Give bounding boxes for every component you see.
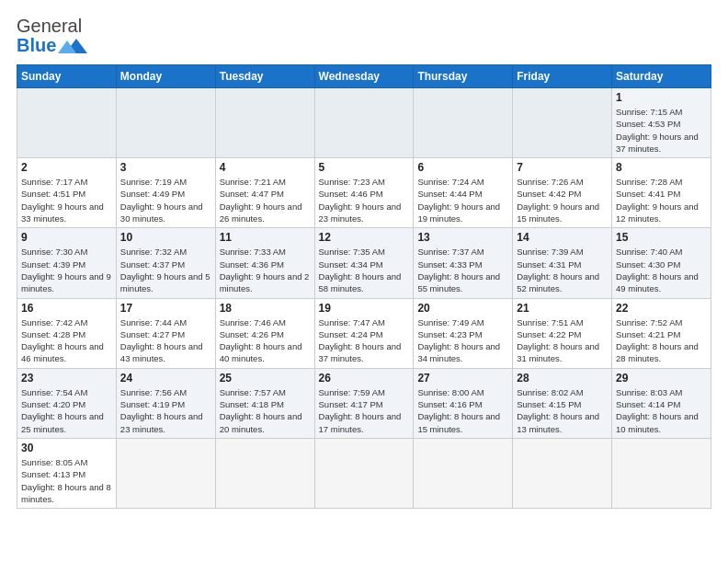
header-sunday: Sunday (17, 65, 117, 88)
day-number: 9 (21, 231, 112, 244)
day-number: 18 (220, 302, 311, 315)
day-number: 13 (417, 231, 508, 244)
day-number: 7 (517, 161, 608, 174)
calendar-cell (612, 438, 711, 508)
calendar-cell: 17Sunrise: 7:44 AM Sunset: 4:27 PM Dayli… (116, 298, 215, 368)
day-number: 3 (120, 161, 211, 174)
header-saturday: Saturday (612, 65, 711, 88)
weekday-header-row: Sunday Monday Tuesday Wednesday Thursday… (17, 65, 711, 88)
day-info: Sunrise: 7:57 AM Sunset: 4:18 PM Dayligh… (220, 386, 311, 435)
day-number: 2 (21, 161, 112, 174)
day-number: 16 (21, 302, 112, 315)
calendar-cell: 19Sunrise: 7:47 AM Sunset: 4:24 PM Dayli… (314, 298, 414, 368)
day-info: Sunrise: 7:17 AM Sunset: 4:51 PM Dayligh… (21, 176, 112, 224)
day-number: 8 (616, 161, 707, 174)
header-friday: Friday (513, 65, 612, 88)
calendar-cell: 13Sunrise: 7:37 AM Sunset: 4:33 PM Dayli… (414, 228, 513, 298)
calendar-cell: 18Sunrise: 7:46 AM Sunset: 4:26 PM Dayli… (215, 298, 314, 368)
day-info: Sunrise: 7:59 AM Sunset: 4:17 PM Dayligh… (319, 386, 410, 435)
day-info: Sunrise: 7:40 AM Sunset: 4:30 PM Dayligh… (616, 246, 707, 294)
calendar-cell: 9Sunrise: 7:30 AM Sunset: 4:39 PM Daylig… (17, 228, 117, 298)
day-info: Sunrise: 8:05 AM Sunset: 4:13 PM Dayligh… (21, 456, 112, 505)
day-number: 14 (517, 231, 608, 244)
header-thursday: Thursday (414, 65, 513, 88)
calendar-week-row: 1Sunrise: 7:15 AM Sunset: 4:53 PM Daylig… (17, 88, 711, 158)
calendar-cell (314, 88, 414, 158)
day-info: Sunrise: 7:54 AM Sunset: 4:20 PM Dayligh… (21, 386, 112, 435)
day-number: 17 (120, 302, 211, 315)
day-number: 23 (21, 372, 112, 385)
day-number: 1 (616, 91, 707, 104)
calendar-cell: 25Sunrise: 7:57 AM Sunset: 4:18 PM Dayli… (215, 368, 314, 438)
calendar-cell: 3Sunrise: 7:19 AM Sunset: 4:49 PM Daylig… (116, 158, 215, 228)
calendar-cell: 28Sunrise: 8:02 AM Sunset: 4:15 PM Dayli… (513, 368, 612, 438)
day-number: 27 (417, 372, 508, 385)
calendar-table: Sunday Monday Tuesday Wednesday Thursday… (17, 64, 711, 509)
calendar-cell: 27Sunrise: 8:00 AM Sunset: 4:16 PM Dayli… (414, 368, 513, 438)
header: General Blue (17, 17, 711, 55)
day-info: Sunrise: 7:32 AM Sunset: 4:37 PM Dayligh… (120, 246, 211, 294)
calendar-cell: 4Sunrise: 7:21 AM Sunset: 4:47 PM Daylig… (215, 158, 314, 228)
day-info: Sunrise: 8:02 AM Sunset: 4:15 PM Dayligh… (517, 386, 608, 435)
day-info: Sunrise: 7:51 AM Sunset: 4:22 PM Dayligh… (517, 316, 608, 365)
day-number: 11 (220, 231, 311, 244)
calendar-cell (215, 88, 314, 158)
day-info: Sunrise: 7:26 AM Sunset: 4:42 PM Dayligh… (517, 176, 608, 224)
calendar-cell (414, 88, 513, 158)
calendar-cell: 12Sunrise: 7:35 AM Sunset: 4:34 PM Dayli… (314, 228, 414, 298)
calendar-cell (513, 88, 612, 158)
day-info: Sunrise: 7:47 AM Sunset: 4:24 PM Dayligh… (319, 316, 410, 365)
calendar-cell: 30Sunrise: 8:05 AM Sunset: 4:13 PM Dayli… (17, 438, 117, 508)
calendar-cell: 21Sunrise: 7:51 AM Sunset: 4:22 PM Dayli… (513, 298, 612, 368)
day-number: 25 (220, 372, 311, 385)
logo: General Blue (17, 17, 87, 55)
calendar-cell (314, 438, 414, 508)
day-number: 19 (319, 302, 410, 315)
day-number: 24 (120, 372, 211, 385)
calendar-cell: 11Sunrise: 7:33 AM Sunset: 4:36 PM Dayli… (215, 228, 314, 298)
calendar-cell: 29Sunrise: 8:03 AM Sunset: 4:14 PM Dayli… (612, 368, 711, 438)
day-number: 21 (517, 302, 608, 315)
calendar-cell: 22Sunrise: 7:52 AM Sunset: 4:21 PM Dayli… (612, 298, 711, 368)
day-number: 10 (120, 231, 211, 244)
day-number: 30 (21, 442, 112, 454)
calendar-week-row: 23Sunrise: 7:54 AM Sunset: 4:20 PM Dayli… (17, 368, 711, 438)
calendar-cell (116, 438, 215, 508)
day-info: Sunrise: 7:30 AM Sunset: 4:39 PM Dayligh… (21, 246, 112, 294)
day-number: 6 (417, 161, 508, 174)
day-info: Sunrise: 7:35 AM Sunset: 4:34 PM Dayligh… (319, 246, 410, 294)
day-number: 29 (616, 372, 707, 385)
calendar-cell: 8Sunrise: 7:28 AM Sunset: 4:41 PM Daylig… (612, 158, 711, 228)
day-info: Sunrise: 7:23 AM Sunset: 4:46 PM Dayligh… (319, 176, 410, 224)
calendar-cell: 20Sunrise: 7:49 AM Sunset: 4:23 PM Dayli… (414, 298, 513, 368)
day-number: 20 (417, 302, 508, 315)
calendar-cell: 1Sunrise: 7:15 AM Sunset: 4:53 PM Daylig… (612, 88, 711, 158)
calendar-cell (215, 438, 314, 508)
calendar-cell: 10Sunrise: 7:32 AM Sunset: 4:37 PM Dayli… (116, 228, 215, 298)
header-tuesday: Tuesday (215, 65, 314, 88)
calendar-cell (414, 438, 513, 508)
calendar-cell (513, 438, 612, 508)
day-info: Sunrise: 7:21 AM Sunset: 4:47 PM Dayligh… (220, 176, 311, 224)
calendar-week-row: 16Sunrise: 7:42 AM Sunset: 4:28 PM Dayli… (17, 298, 711, 368)
calendar-cell: 5Sunrise: 7:23 AM Sunset: 4:46 PM Daylig… (314, 158, 414, 228)
day-info: Sunrise: 7:46 AM Sunset: 4:26 PM Dayligh… (220, 316, 311, 365)
day-info: Sunrise: 7:28 AM Sunset: 4:41 PM Dayligh… (616, 176, 707, 224)
day-info: Sunrise: 7:15 AM Sunset: 4:53 PM Dayligh… (616, 106, 707, 155)
day-info: Sunrise: 7:52 AM Sunset: 4:21 PM Dayligh… (616, 316, 707, 365)
day-number: 22 (616, 302, 707, 315)
header-wednesday: Wednesday (314, 65, 414, 88)
calendar-week-row: 2Sunrise: 7:17 AM Sunset: 4:51 PM Daylig… (17, 158, 711, 228)
day-info: Sunrise: 7:39 AM Sunset: 4:31 PM Dayligh… (517, 246, 608, 294)
day-info: Sunrise: 7:49 AM Sunset: 4:23 PM Dayligh… (417, 316, 508, 365)
logo-blue-text: Blue (17, 36, 56, 54)
day-info: Sunrise: 7:24 AM Sunset: 4:44 PM Dayligh… (417, 176, 508, 224)
page: General Blue Sunday Monday Tuesday We (0, 0, 728, 563)
calendar-week-row: 30Sunrise: 8:05 AM Sunset: 4:13 PM Dayli… (17, 438, 711, 508)
day-number: 15 (616, 231, 707, 244)
day-number: 4 (220, 161, 311, 174)
calendar-cell: 7Sunrise: 7:26 AM Sunset: 4:42 PM Daylig… (513, 158, 612, 228)
calendar-cell: 23Sunrise: 7:54 AM Sunset: 4:20 PM Dayli… (17, 368, 117, 438)
header-monday: Monday (116, 65, 215, 88)
calendar-cell: 16Sunrise: 7:42 AM Sunset: 4:28 PM Dayli… (17, 298, 117, 368)
